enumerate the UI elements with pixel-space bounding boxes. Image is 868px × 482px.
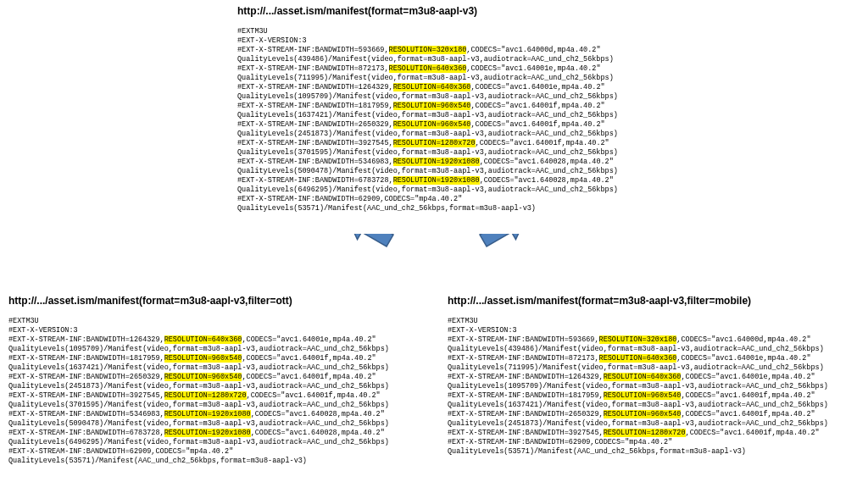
source-block: http://.../asset.ism/manifest(format=m3u… xyxy=(237,5,618,213)
source-url: http://.../asset.ism/manifest(format=m3u… xyxy=(237,5,618,17)
diagram-page: http://.../asset.ism/manifest(format=m3u… xyxy=(0,0,868,482)
mobile-block: http://.../asset.ism/manifest(format=m3u… xyxy=(448,295,828,457)
arrow-right-icon xyxy=(475,234,534,293)
ott-block: http://.../asset.ism/manifest(format=m3u… xyxy=(8,295,389,466)
ott-manifest: #EXTM3U #EXT-X-VERSION:3 #EXT-X-STREAM-I… xyxy=(8,317,389,466)
source-manifest: #EXTM3U #EXT-X-VERSION:3 #EXT-X-STREAM-I… xyxy=(237,27,618,213)
ott-url: http://.../asset.ism/manifest(format=m3u… xyxy=(8,295,389,307)
mobile-url: http://.../asset.ism/manifest(format=m3u… xyxy=(448,295,828,307)
mobile-manifest: #EXTM3U #EXT-X-VERSION:3 #EXT-X-STREAM-I… xyxy=(448,317,828,457)
arrow-left-icon xyxy=(339,234,398,293)
